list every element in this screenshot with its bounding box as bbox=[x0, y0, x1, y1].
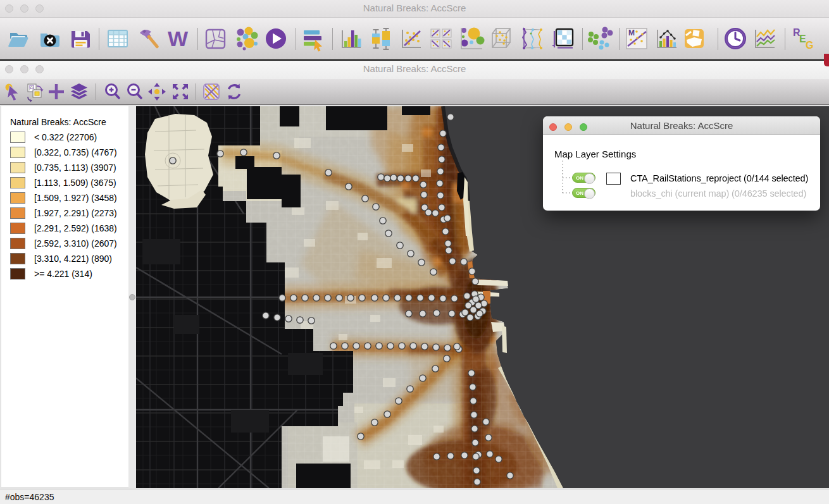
svg-text:G: G bbox=[806, 40, 813, 51]
svg-text:W: W bbox=[168, 27, 189, 51]
svg-text:M: M bbox=[628, 28, 635, 37]
